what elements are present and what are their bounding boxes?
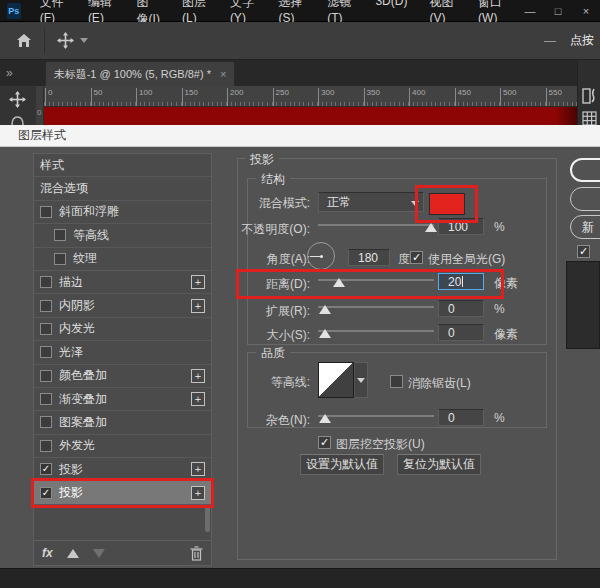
effect-checkbox-unchecked[interactable] xyxy=(40,206,52,218)
slider-thumb[interactable] xyxy=(319,414,331,423)
ruler-tick: 300 xyxy=(318,88,334,107)
partial-tool-icon[interactable] xyxy=(10,115,25,125)
minimize-button[interactable]: — xyxy=(516,1,544,21)
vertical-ruler: 0 xyxy=(36,86,44,125)
layer-knockout-label: 图层挖空投影(U) xyxy=(336,436,425,453)
slider-thumb[interactable] xyxy=(319,329,331,338)
opacity-slider[interactable] xyxy=(318,218,434,234)
style-row-label: 投影 xyxy=(59,484,83,501)
effect-checkbox-checked[interactable]: ✓ xyxy=(40,463,52,475)
options-right: — 点按 xyxy=(544,32,600,49)
move-effect-up-icon[interactable] xyxy=(67,549,79,558)
effect-checkbox-unchecked[interactable] xyxy=(54,229,66,241)
chevron-down-icon[interactable] xyxy=(80,38,88,43)
effect-checkbox-unchecked[interactable] xyxy=(40,370,52,382)
distance-value[interactable]: 20 xyxy=(438,273,484,290)
angle-center-dot xyxy=(320,255,323,258)
styles-list-item[interactable]: 光泽 xyxy=(34,341,211,364)
trash-icon[interactable] xyxy=(190,546,203,561)
layer-knockout-checkbox[interactable]: ✓ xyxy=(318,436,331,449)
tab-close-icon[interactable]: × xyxy=(220,68,226,80)
contour-thumbnail[interactable] xyxy=(318,362,354,398)
dialog-title-bar[interactable]: 图层样式 xyxy=(0,125,600,147)
slider-track xyxy=(318,224,434,226)
spread-slider[interactable] xyxy=(318,300,434,316)
vertical-ruler-origin: 0 xyxy=(37,108,41,117)
effect-checkbox-unchecked[interactable] xyxy=(40,393,52,405)
styles-list-item[interactable]: 外发光 xyxy=(34,435,211,458)
effect-checkbox-unchecked[interactable] xyxy=(40,276,52,288)
distance-slider[interactable] xyxy=(318,273,434,289)
home-icon[interactable] xyxy=(16,33,32,48)
close-button[interactable]: × xyxy=(572,1,600,21)
opacity-value[interactable]: 100 xyxy=(438,218,484,235)
styles-list-item[interactable]: ✓投影+ xyxy=(34,481,211,504)
ok-button-cutoff[interactable] xyxy=(570,158,600,182)
shadow-color-swatch[interactable] xyxy=(429,193,465,215)
effect-checkbox-unchecked[interactable] xyxy=(40,416,52,428)
effect-checkbox-unchecked[interactable] xyxy=(54,253,66,265)
cancel-button-cutoff[interactable] xyxy=(570,187,600,211)
style-row-label: 等高线 xyxy=(73,227,109,244)
distance-label: 距离(D): xyxy=(150,276,310,293)
noise-label: 杂色(N): xyxy=(150,412,310,429)
slider-thumb[interactable] xyxy=(425,223,437,232)
effect-checkbox-unchecked[interactable] xyxy=(40,346,52,358)
move-effect-down-icon[interactable] xyxy=(93,549,105,558)
effect-checkbox-checked[interactable]: ✓ xyxy=(40,487,52,499)
effect-checkbox-unchecked[interactable] xyxy=(40,323,52,335)
add-effect-icon[interactable]: + xyxy=(191,392,205,406)
slider-thumb[interactable] xyxy=(319,305,331,314)
size-unit: 像素 xyxy=(494,326,518,343)
slider-thumb[interactable] xyxy=(333,278,345,287)
style-row-label: 混合选项 xyxy=(40,180,88,197)
spread-unit: % xyxy=(494,302,505,316)
anti-alias-checkbox[interactable] xyxy=(390,375,403,388)
noise-slider[interactable] xyxy=(318,409,434,425)
size-value[interactable]: 0 xyxy=(438,324,484,341)
effect-checkbox-unchecked[interactable] xyxy=(40,300,52,312)
grid-panel-icon[interactable] xyxy=(582,111,597,126)
maximize-button[interactable]: □ xyxy=(544,1,572,21)
blend-mode-label: 混合模式: xyxy=(150,195,310,212)
preview-checkbox[interactable]: ✓ xyxy=(577,245,590,258)
add-effect-icon[interactable]: + xyxy=(191,486,205,500)
tab-overflow-left-icon[interactable]: » xyxy=(0,66,19,80)
properties-panel-icon[interactable] xyxy=(582,88,596,104)
reset-default-button[interactable]: 复位为默认值 xyxy=(397,454,481,475)
fx-icon[interactable]: fx xyxy=(42,546,53,560)
size-slider[interactable] xyxy=(318,324,434,340)
move-tool-icon[interactable] xyxy=(57,32,74,49)
styles-list-item[interactable]: 样式 xyxy=(34,154,211,177)
contour-label: 等高线: xyxy=(150,374,310,391)
styles-list-item[interactable]: ✓投影+ xyxy=(34,458,211,481)
spread-value[interactable]: 0 xyxy=(438,300,484,317)
add-effect-icon[interactable]: + xyxy=(191,462,205,476)
drop-shadow-heading: 投影 xyxy=(245,151,279,168)
document-tab[interactable]: 未标题-1 @ 100% (5, RGB/8#) * × xyxy=(45,61,236,86)
set-default-button[interactable]: 设置为默认值 xyxy=(300,454,384,475)
ruler-minor-ticks xyxy=(44,102,577,106)
dialog-title: 图层样式 xyxy=(18,127,66,144)
styles-list-item[interactable]: 渐变叠加+ xyxy=(34,388,211,411)
blend-mode-dropdown[interactable]: 正常 xyxy=(318,192,424,212)
chevron-down-icon xyxy=(411,201,419,206)
canvas-red-rectangle[interactable] xyxy=(44,107,577,125)
move-tool-icon[interactable] xyxy=(9,91,26,108)
opacity-unit: % xyxy=(494,220,505,234)
ruler-tick: 450 xyxy=(455,88,471,107)
document-tab-bar: » 未标题-1 @ 100% (5, RGB/8#) * × « xyxy=(0,60,600,86)
new-style-button-cutoff[interactable]: 新 xyxy=(570,215,600,239)
status-bar xyxy=(0,568,600,588)
effect-checkbox-unchecked[interactable] xyxy=(40,440,52,452)
noise-value[interactable]: 0 xyxy=(438,409,484,426)
angle-value[interactable]: 180 xyxy=(348,249,390,266)
angle-dial[interactable] xyxy=(307,242,335,270)
quality-legend: 品质 xyxy=(256,345,290,362)
style-row-label: 内阴影 xyxy=(59,297,95,314)
global-light-label: 使用全局光(G) xyxy=(428,251,505,268)
global-light-checkbox[interactable]: ✓ xyxy=(410,251,423,264)
contour-dropdown-icon[interactable] xyxy=(355,362,368,398)
ruler-tick: 250 xyxy=(273,88,289,107)
spread-label: 扩展(R): xyxy=(150,303,310,320)
